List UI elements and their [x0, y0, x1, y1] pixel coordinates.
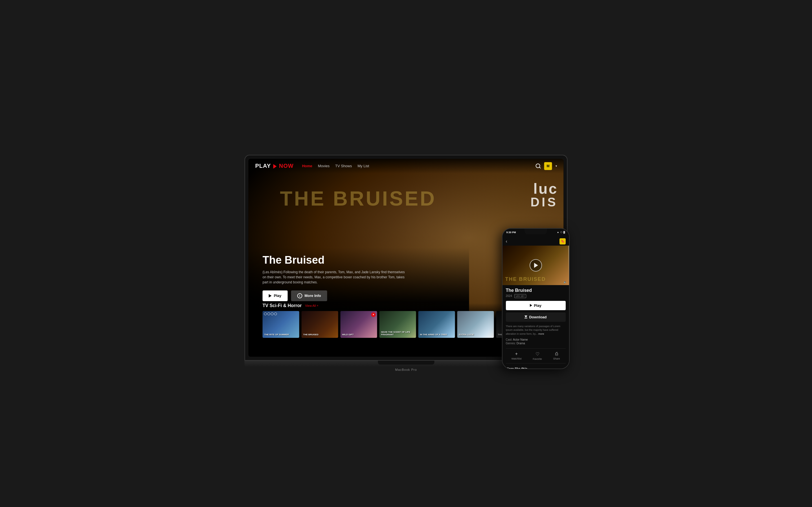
play-triangle-icon: [534, 263, 538, 268]
card-awards: [264, 313, 277, 315]
macbook-notch: [378, 361, 434, 364]
favorite-icon: ♡: [536, 351, 539, 357]
logo-play-text: PLAY: [255, 163, 273, 169]
hero-big-title-text: THE BRUISED: [280, 188, 469, 209]
download-icon: [525, 316, 527, 318]
phone-time: 9:30 PM: [506, 231, 516, 234]
phone-notch: [525, 229, 547, 234]
hero-description: (Les Abîmés) Following the death of thei…: [263, 270, 410, 285]
download-line-shape: [525, 318, 527, 318]
phone-play-overlay: [502, 245, 569, 285]
dropdown-arrow-icon[interactable]: ▾: [555, 164, 557, 168]
card-label: THE BRUISED: [303, 333, 337, 336]
scene-wrapper: luc DIS THE BRUISED The Bruised (Les Abî…: [203, 127, 609, 380]
card-label: The Rite of Summer: [264, 333, 297, 336]
phone-sound-icon[interactable]: 🔈: [563, 280, 567, 283]
phone-screen[interactable]: ‹ 🔖 THE BRUISED 🔈 The Bruised: [502, 236, 569, 369]
movie-card[interactable]: ★ WILD GIFT: [340, 311, 377, 338]
hero-movie-title: The Bruised: [263, 254, 410, 266]
genres-label: Genres:: [506, 342, 516, 345]
nav-home[interactable]: Home: [302, 164, 312, 168]
luc-dis-overlay: luc DIS: [530, 181, 558, 208]
card-label: SEIZE THE SCENT OF LIFE Fragrant: [381, 331, 415, 336]
movie-card[interactable]: SEIZE THE SCENT OF LIFE Fragrant: [379, 311, 416, 338]
phone-play-button[interactable]: Play: [506, 301, 566, 310]
bookmark-icon: 🔖: [561, 240, 564, 243]
share-icon: ⎙: [555, 351, 558, 356]
logo: PLAY NOW: [255, 163, 294, 169]
user-avatar[interactable]: M: [544, 162, 552, 170]
nav-mylist[interactable]: My List: [358, 164, 369, 168]
phone-content-area: The Bruised 2024 U/A 16+ Play Download: [502, 285, 569, 369]
card-label: EXTRA LUCIE: [459, 333, 492, 336]
phone-more-like-title: More like this: [506, 367, 566, 369]
watchlist-icon: +: [515, 351, 518, 356]
more-info-label: More Info: [305, 293, 321, 298]
view-all-label: View All: [305, 304, 316, 307]
play-button-label: Play: [274, 293, 282, 298]
movie-card[interactable]: THE BRUISED: [302, 311, 338, 338]
award-circle-2: [267, 313, 270, 315]
cast-value: Actor Name: [513, 338, 528, 341]
cast-label: Cast:: [506, 338, 512, 341]
navbar: PLAY NOW Home Movies TV Shows My List: [249, 159, 564, 173]
award-circle-1: [264, 313, 267, 315]
card-label: IN THE ARMS OF A TREE: [420, 333, 453, 336]
phone-hero-image: THE BRUISED 🔈: [502, 245, 569, 285]
card-label: WILD GIFT: [342, 333, 376, 336]
watchlist-action[interactable]: + Watchlist: [511, 351, 522, 360]
signal-icon: ▲: [557, 231, 559, 233]
award-circle-3: [271, 313, 274, 315]
luc-text: luc: [530, 181, 558, 196]
movie-card[interactable]: EXTRA LUCIE: [457, 311, 494, 338]
phone-play-label: Play: [534, 303, 541, 307]
hero-buttons: Play i More Info: [263, 290, 410, 301]
nav-tvshows[interactable]: TV Shows: [335, 164, 352, 168]
hero-background-title: THE BRUISED: [280, 188, 469, 209]
phone-year: 2024: [506, 294, 512, 297]
info-icon: i: [297, 293, 302, 298]
search-icon[interactable]: [536, 164, 541, 169]
award-circle-4: [274, 313, 277, 315]
phone-nav-header: ‹ 🔖: [502, 236, 569, 245]
phone-movie-title: The Bruised: [506, 288, 566, 293]
star-icon: ★: [372, 313, 374, 316]
nav-movies[interactable]: Movies: [318, 164, 330, 168]
logo-now-text: NOW: [279, 163, 294, 169]
row-title: TV Sci-Fi & Horror: [263, 303, 302, 308]
nav-links: Home Movies TV Shows My List: [302, 164, 536, 168]
phone-back-button[interactable]: ‹: [506, 239, 507, 244]
genres-value: Drama: [517, 342, 525, 345]
phone-genres: Genres: Drama: [506, 342, 566, 345]
phone-rating-badge: U/A 16+: [515, 294, 526, 298]
logo-play-icon: [273, 164, 276, 169]
watchlist-label: Watchlist: [511, 357, 522, 360]
phone-bookmark-button[interactable]: 🔖: [559, 238, 566, 244]
hero-content: The Bruised (Les Abîmés) Following the d…: [263, 254, 410, 301]
view-all-link[interactable]: View All »: [305, 304, 318, 307]
movie-card[interactable]: IN THE ARMS OF A TREE: [419, 311, 455, 338]
play-button[interactable]: Play: [263, 290, 288, 301]
favorite-label: Favorite: [533, 357, 542, 360]
card-badge: ★: [371, 313, 376, 317]
nav-right: M ▾: [536, 162, 557, 170]
phone-more-link[interactable]: more: [538, 332, 544, 335]
phone-movie-meta: 2024 U/A 16+: [506, 294, 566, 298]
favorite-action[interactable]: ♡ Favorite: [533, 351, 542, 360]
phone-download-label: Download: [529, 315, 546, 319]
phone-download-button[interactable]: Download: [506, 313, 566, 322]
phone-play-overlay-button[interactable]: [530, 259, 542, 272]
play-icon: [269, 294, 272, 297]
phone-description: There are many variations of passages of…: [506, 325, 566, 336]
phone-device: 9:30 PM ▲ ⬡ ▓ ‹ 🔖 THE BRUISED: [502, 228, 570, 369]
download-arrow-shape: [525, 316, 527, 318]
share-action[interactable]: ⎙ Share: [553, 351, 560, 360]
phone-play-icon: [530, 304, 532, 307]
movie-card[interactable]: The Rite of Summer: [263, 311, 300, 338]
share-label: Share: [553, 357, 560, 360]
dis-text: DIS: [530, 196, 558, 208]
view-all-arrows-icon: »: [317, 304, 319, 307]
more-info-button[interactable]: i More Info: [291, 290, 327, 301]
battery-icon: ▓: [563, 231, 565, 233]
phone-status-icons: ▲ ⬡ ▓: [557, 231, 565, 233]
